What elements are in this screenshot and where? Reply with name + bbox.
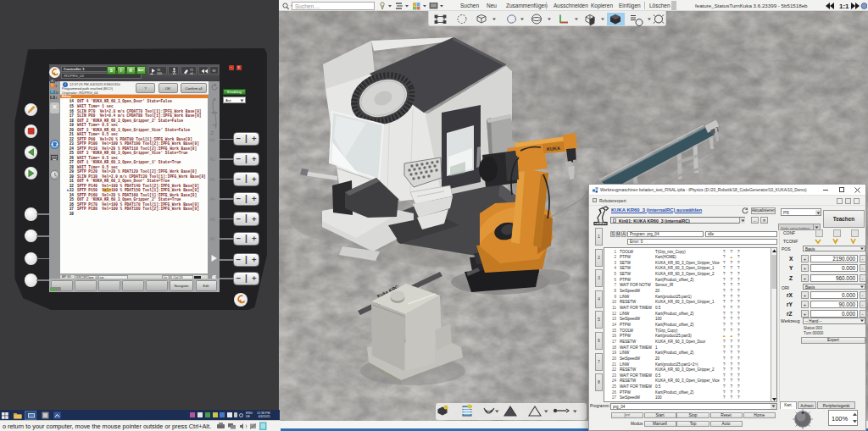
svg-text:KUKA: KUKA (547, 146, 560, 152)
svg-text:100: 100 (157, 71, 162, 75)
svg-text:s0: s0 (190, 71, 193, 75)
svg-text:1:1: 1:1 (839, 3, 849, 10)
